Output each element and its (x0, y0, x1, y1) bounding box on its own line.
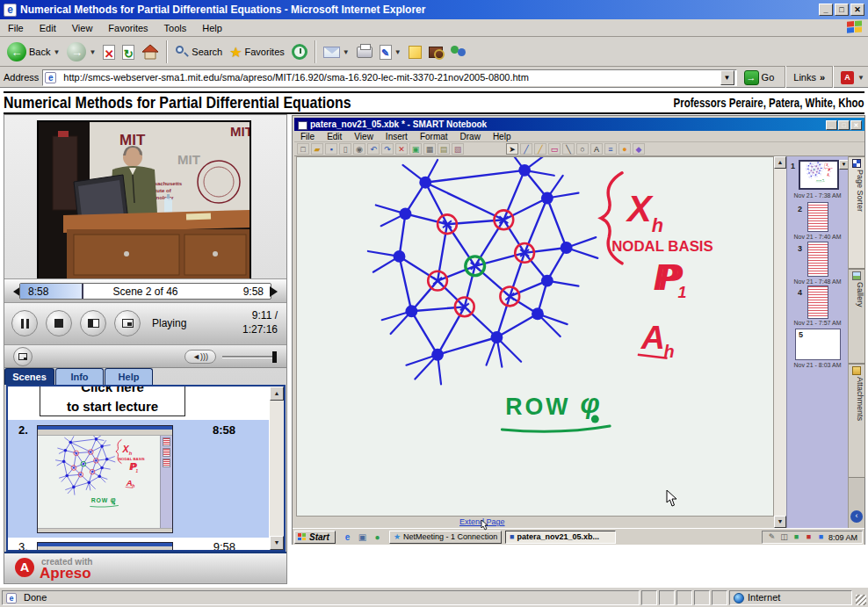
scene-label: Scene 2 of 46 (20, 285, 271, 298)
search-button[interactable]: Search (171, 43, 226, 61)
scene-item-3[interactable]: 3. 9:58 OLD BUSINESS (8, 538, 269, 552)
zone-pane: Internet (729, 590, 852, 605)
scene-3-time: 9:58 (213, 540, 235, 552)
scene-item-start[interactable]: Click here to start lecture (40, 385, 185, 416)
tab-info[interactable]: Info (55, 368, 104, 385)
mail-dropdown-icon[interactable]: ▼ (343, 48, 350, 56)
mail-button[interactable]: ▼ (320, 45, 353, 60)
nb-eraser-icon: ▭ (548, 143, 561, 155)
scene-list-scrollbar[interactable]: ▲ ▼ (270, 387, 284, 550)
volume-slider[interactable] (222, 356, 275, 358)
pause-button[interactable] (11, 310, 38, 336)
nb-delete-icon: ✕ (395, 143, 408, 155)
ie-titlebar[interactable]: e Numerical Methods for Partial Differen… (0, 0, 868, 19)
edit-button[interactable]: ✎ ▼ (376, 43, 405, 61)
video-frame[interactable]: MIT MIT MIT MIT Massachusetts Institute … (37, 120, 251, 280)
start-flag-icon (298, 533, 307, 541)
netmeeting-task-label: NetMeeting - 1 Connection (403, 531, 497, 543)
wb-scroll-up-icon: ▲ (774, 156, 786, 169)
tray-antivirus-icon: ■ (804, 532, 814, 542)
address-dropdown-icon[interactable]: ▼ (720, 70, 734, 85)
svg-text:h: h (828, 166, 828, 167)
pdf-dropdown-icon[interactable]: ▼ (857, 74, 864, 82)
status-cell (694, 590, 710, 605)
scene-list: Click here to start lecture 2. 8:58 XhNO… (6, 385, 286, 552)
status-cell (712, 590, 727, 605)
scene-2-number: 2. (18, 423, 28, 437)
home-button[interactable] (138, 42, 163, 61)
svg-text:A: A (640, 319, 665, 356)
svg-text:MIT: MIT (230, 124, 250, 139)
favorites-button[interactable]: ★ Favorites (226, 42, 288, 62)
scroll-down-icon[interactable]: ▼ (270, 536, 284, 550)
history-button[interactable] (288, 42, 311, 61)
scene-progress-bar[interactable]: 8:58 Scene 2 of 46 9:58 (19, 283, 271, 300)
svg-text:h: h (652, 214, 663, 236)
stop-button[interactable]: ✕ (99, 43, 119, 61)
layout-toggle-button[interactable] (80, 310, 106, 336)
refresh-button[interactable]: ↻ (119, 43, 138, 61)
page-header: Numerical Methods for Partial Differenti… (4, 91, 864, 114)
notebook-taskbar: Start e ▣ ● ★ NetMeeting - 1 Connection … (293, 528, 864, 545)
time-display: 9:11 / 1:27:16 (242, 308, 278, 336)
nb-shape-icon: ○ (576, 143, 589, 155)
print-button[interactable] (353, 45, 376, 60)
mute-button[interactable]: ◄))) (184, 350, 216, 364)
maximize-button[interactable]: □ (835, 4, 849, 16)
menu-view[interactable]: View (64, 21, 101, 35)
scroll-up-icon[interactable]: ▲ (270, 387, 284, 401)
menu-edit[interactable]: Edit (32, 21, 64, 35)
forward-dropdown-icon[interactable]: ▼ (89, 48, 96, 56)
menu-help[interactable]: Help (194, 21, 230, 35)
note-button[interactable] (405, 44, 425, 61)
quicklaunch-ie-icon: e (342, 531, 353, 543)
edit-icon: ✎ (380, 45, 392, 60)
taskbar-notebook-button: ■ patera_nov21_05.xb... (505, 531, 616, 544)
back-dropdown-icon[interactable]: ▼ (53, 48, 60, 56)
stop-playback-button[interactable] (46, 310, 72, 336)
forward-button[interactable]: → ▼ (63, 40, 99, 63)
menu-favorites[interactable]: Favorites (100, 21, 156, 35)
research-button[interactable] (425, 45, 446, 60)
address-input[interactable]: e http://smcs-webserver-sma1.mit.edu/sma… (42, 69, 736, 86)
toolbar-separator (315, 40, 316, 63)
go-button[interactable]: → Go (741, 70, 778, 85)
page-1-time: Nov 21 - 7:38 AM (787, 192, 848, 199)
tray-display-icon: ◫ (779, 532, 789, 542)
popout-button[interactable] (13, 347, 33, 366)
volume-knob[interactable] (272, 351, 277, 363)
page-sorter-panel: 1 XhNODAL BASISPP1AhROWφ ▼ Nov 21 - 7:38… (786, 156, 848, 528)
links-chevron-icon[interactable]: » (820, 72, 825, 83)
next-scene-button[interactable] (270, 286, 283, 297)
scene-3-thumbnail[interactable]: OLD BUSINESS (37, 542, 173, 552)
tab-attachments: Attachments (849, 364, 865, 478)
swap-view-button[interactable] (114, 310, 141, 336)
extend-page-link: Extend Page (459, 517, 505, 526)
menu-file[interactable]: File (0, 21, 32, 35)
layout-toggle-icon (88, 319, 99, 328)
adobe-pdf-icon[interactable]: A (841, 71, 854, 84)
quicklaunch-media-icon: ● (372, 531, 383, 543)
scene-2-thumbnail[interactable]: XhNODAL BASISPP1AhROWφ (37, 425, 173, 533)
nb-insert-image-icon: ▦ (423, 143, 436, 155)
research-icon (429, 47, 443, 58)
page-4-time: Nov 21 - 7:57 AM (787, 320, 848, 326)
nb-insert-table-icon: ▤ (438, 143, 450, 155)
playback-status: Playing (152, 317, 186, 329)
tab-scenes[interactable]: Scenes (4, 368, 54, 385)
nb-new-icon: □ (297, 143, 309, 155)
minimize-button[interactable]: _ (819, 4, 833, 16)
toolbar-separator (166, 40, 168, 63)
links-label[interactable]: Links (793, 72, 816, 83)
edit-dropdown-icon[interactable]: ▼ (394, 48, 401, 56)
nb-line-icon: ╲ (562, 143, 575, 155)
tab-help[interactable]: Help (105, 368, 153, 385)
scene-item-2[interactable]: 2. 8:58 XhNODAL BASISPP1AhROWφ (8, 420, 269, 538)
close-button[interactable]: ✕ (850, 4, 864, 16)
menu-tools[interactable]: Tools (156, 21, 195, 35)
messenger-button[interactable] (446, 43, 471, 61)
pause-icon (21, 319, 29, 329)
back-button[interactable]: ← Back ▼ (4, 40, 63, 63)
nb-menu-format: Format (414, 131, 454, 141)
addressbar-separator (832, 66, 834, 89)
